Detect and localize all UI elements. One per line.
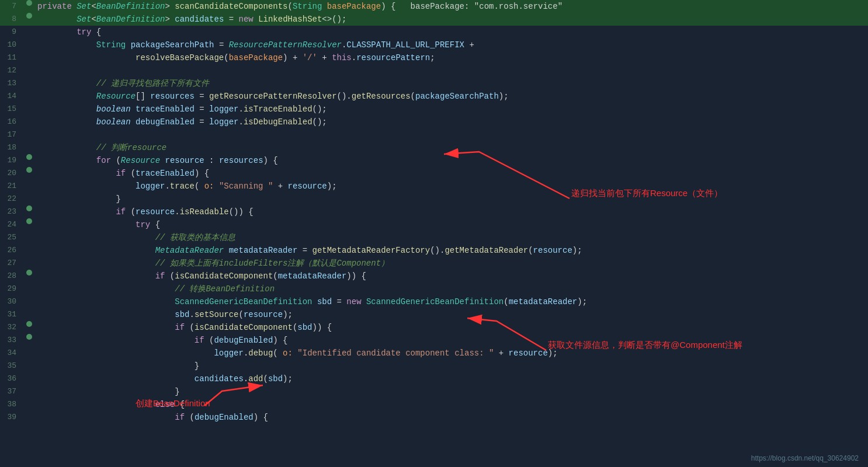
code-text: } <box>35 193 868 205</box>
line-number: 15 <box>0 103 23 116</box>
code-text: boolean traceEnabled = logger.isTraceEna… <box>35 103 868 116</box>
line-number: 29 <box>0 283 23 295</box>
code-text: try { <box>35 218 868 231</box>
code-text: for (Resource resource : resources) { <box>35 154 868 167</box>
code-text: resolveBasePackage(basePackage) + '/' + … <box>35 51 868 64</box>
code-text: logger.debug( o: "Identified candidate c… <box>35 347 868 360</box>
line-number: 35 <box>0 360 23 372</box>
gutter-indicator <box>23 270 35 276</box>
gutter-indicator <box>23 218 35 224</box>
code-line: 26 MetadataReader metadataReader = getMe… <box>0 244 868 257</box>
code-line: 9 try { <box>0 26 868 39</box>
code-text: if (resource.isReadable()) { <box>35 205 868 218</box>
code-line: 33 if (debugEnabled) { <box>0 334 868 347</box>
code-line: 35 } <box>0 360 868 372</box>
line-number: 32 <box>0 321 23 334</box>
line-number: 10 <box>0 39 23 51</box>
code-line: 29 // 转换BeanDefinition <box>0 283 868 295</box>
code-line: 11 resolveBasePackage(basePackage) + '/'… <box>0 51 868 64</box>
gutter-indicator <box>23 205 35 211</box>
code-line: 37 } <box>0 385 868 398</box>
line-number: 31 <box>0 308 23 321</box>
line-number: 12 <box>0 64 23 77</box>
code-text: // 判断resource <box>35 141 868 154</box>
gutter-indicator <box>23 167 35 173</box>
line-number: 23 <box>0 205 23 218</box>
line-number: 34 <box>0 347 23 360</box>
watermark: https://blog.csdn.net/qq_30624902 <box>751 454 859 462</box>
code-line: 38 else { <box>0 398 868 411</box>
line-number: 7 <box>0 0 23 13</box>
line-number: 17 <box>0 128 23 141</box>
line-number: 24 <box>0 218 23 231</box>
line-number: 20 <box>0 167 23 180</box>
line-number: 19 <box>0 154 23 167</box>
code-text: boolean debugEnabled = logger.isDebugEna… <box>35 116 868 128</box>
code-editor: 7private Set<BeanDefinition> scanCandida… <box>0 0 868 467</box>
code-text: MetadataReader metadataReader = getMetad… <box>35 244 868 257</box>
line-number: 13 <box>0 77 23 90</box>
gutter-indicator <box>23 13 35 19</box>
code-line: 14 Resource[] resources = getResourcePat… <box>0 90 868 103</box>
code-line: 13 // 递归寻找包路径下所有文件 <box>0 77 868 90</box>
code-line: 16 boolean debugEnabled = logger.isDebug… <box>0 116 868 128</box>
code-line: 36 candidates.add(sbd); <box>0 372 868 385</box>
line-number: 11 <box>0 51 23 64</box>
line-number: 26 <box>0 244 23 257</box>
line-number: 28 <box>0 270 23 283</box>
line-number: 22 <box>0 193 23 205</box>
line-number: 16 <box>0 116 23 128</box>
code-text: // 转换BeanDefinition <box>35 283 868 295</box>
code-text: private Set<BeanDefinition> scanCandidat… <box>35 0 868 13</box>
line-number: 39 <box>0 411 23 424</box>
code-text: // 递归寻找包路径下所有文件 <box>35 77 868 90</box>
code-text: String packageSearchPath = ResourcePatte… <box>35 39 868 51</box>
code-line: 32 if (isCandidateComponent(sbd)) { <box>0 321 868 334</box>
line-number: 36 <box>0 372 23 385</box>
code-line: 21 logger.trace( o: "Scanning " + resour… <box>0 180 868 193</box>
gutter-indicator <box>23 154 35 160</box>
line-number: 9 <box>0 26 23 39</box>
code-text: if (isCandidateComponent(sbd)) { <box>35 321 868 334</box>
code-text: logger.trace( o: "Scanning " + resource)… <box>35 180 868 193</box>
code-text: // 获取类的基本信息 <box>35 231 868 244</box>
code-line: 24 try { <box>0 218 868 231</box>
code-line: 7private Set<BeanDefinition> scanCandida… <box>0 0 868 13</box>
code-line: 20 if (traceEnabled) { <box>0 167 868 180</box>
code-text: if (traceEnabled) { <box>35 167 868 180</box>
code-text: candidates.add(sbd); <box>35 372 868 385</box>
code-text: if (debugEnabled) { <box>35 411 868 424</box>
code-text: sbd.setSource(resource); <box>35 308 868 321</box>
line-number: 14 <box>0 90 23 103</box>
code-text: else { <box>35 398 868 411</box>
code-line: 12 <box>0 64 868 77</box>
code-line: 28 if (isCandidateComponent(metadataRead… <box>0 270 868 283</box>
line-number: 38 <box>0 398 23 411</box>
code-text: if (debugEnabled) { <box>35 334 868 347</box>
code-text: } <box>35 360 868 372</box>
code-text: Resource[] resources = getResourcePatter… <box>35 90 868 103</box>
code-line: 19 for (Resource resource : resources) { <box>0 154 868 167</box>
gutter-indicator <box>23 0 35 6</box>
code-line: 15 boolean traceEnabled = logger.isTrace… <box>0 103 868 116</box>
code-text: } <box>35 385 868 398</box>
code-line: 8 Set<BeanDefinition> candidates = new L… <box>0 13 868 26</box>
line-number: 33 <box>0 334 23 347</box>
gutter-indicator <box>23 321 35 327</box>
line-number: 27 <box>0 257 23 270</box>
line-number: 37 <box>0 385 23 398</box>
code-line: 23 if (resource.isReadable()) { <box>0 205 868 218</box>
code-text: try { <box>35 26 868 39</box>
line-number: 25 <box>0 231 23 244</box>
code-line: 39 if (debugEnabled) { <box>0 411 868 424</box>
code-text: if (isCandidateComponent(metadataReader)… <box>35 270 868 283</box>
code-text: Set<BeanDefinition> candidates = new Lin… <box>35 13 868 26</box>
line-number: 30 <box>0 295 23 308</box>
code-line: 25 // 获取类的基本信息 <box>0 231 868 244</box>
code-line: 27 // 如果类上面有includeFilters注解（默认是Componen… <box>0 257 868 270</box>
code-line: 34 logger.debug( o: "Identified candidat… <box>0 347 868 360</box>
code-line: 22 } <box>0 193 868 205</box>
line-number: 21 <box>0 180 23 193</box>
code-text: ScannedGenericBeanDefinition sbd = new S… <box>35 295 868 308</box>
code-line: 31 sbd.setSource(resource); <box>0 308 868 321</box>
